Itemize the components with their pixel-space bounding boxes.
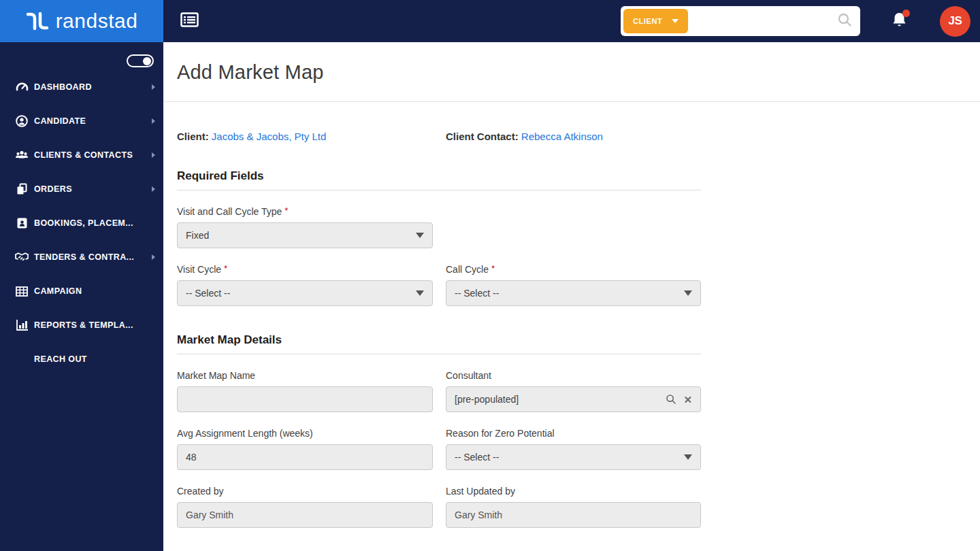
field-label: Market Map Name (177, 370, 255, 381)
field-label: Created by (177, 486, 223, 497)
last-updated-by-value: Gary Smith (446, 502, 701, 528)
client-contact-label: Client Contact: (446, 131, 519, 142)
sidebar-item-candidate[interactable]: CANDIDATE (0, 104, 163, 138)
market-map-name-input[interactable] (177, 386, 433, 412)
select-value: -- Select -- (455, 452, 684, 463)
sidebar-item-reach-out[interactable]: REACH OUT (0, 342, 163, 376)
chevron-right-icon (152, 152, 155, 158)
notification-badge (902, 10, 910, 17)
lookup-search-icon[interactable] (666, 394, 676, 405)
global-search-input[interactable] (688, 10, 837, 33)
select-value: Fixed (186, 230, 416, 241)
sidebar-item-label: ORDERS (34, 184, 152, 194)
field-created-by: Created by Gary Smith (177, 485, 433, 528)
toggle-knob (143, 57, 151, 65)
field-label: Last Updated by (446, 486, 515, 497)
select-value: -- Select -- (455, 288, 684, 299)
sidebar-item-label: BOOKINGS, PLACEM... (34, 218, 155, 228)
top-bar: randstad CLIENT JS (0, 0, 980, 42)
section-divider (177, 190, 701, 190)
client-contact-link[interactable]: Rebecca Atkinson (521, 131, 603, 142)
required-asterisk: * (284, 205, 288, 216)
sidebar-item-label: CANDIDATE (34, 116, 152, 126)
visit-call-cycle-type-select[interactable]: Fixed (177, 222, 433, 248)
sidebar-item-dashboard[interactable]: DASHBOARD (0, 70, 163, 104)
field-consultant: Consultant [pre-populated] ✕ (446, 369, 701, 412)
field-market-map-name: Market Map Name (177, 369, 433, 412)
notifications-button[interactable] (892, 12, 907, 31)
sidebar-item-tenders-contracts[interactable]: TENDERS & CONTRA... (0, 240, 163, 274)
field-label: Consultant (446, 370, 491, 381)
user-avatar[interactable]: JS (940, 6, 970, 37)
consultant-lookup-field[interactable]: [pre-populated] ✕ (446, 386, 701, 412)
visit-cycle-select[interactable]: -- Select -- (177, 280, 433, 306)
chevron-down-icon (684, 454, 692, 460)
documents-icon (15, 183, 29, 195)
sidebar-item-label: DASHBOARD (34, 82, 152, 92)
required-asterisk: * (491, 263, 495, 273)
randstad-symbol-icon (26, 10, 49, 32)
field-label: Visit Cycle (177, 264, 221, 275)
field-visit-cycle: Visit Cycle* -- Select -- (177, 263, 433, 306)
section-title-market-map-details: Market Map Details (177, 333, 701, 347)
chevron-down-icon (416, 290, 424, 296)
search-scope-label: CLIENT (633, 17, 662, 25)
brand-logo-text: randstad (56, 10, 138, 33)
required-asterisk: * (224, 263, 227, 273)
field-reason-zero-potential: Reason for Zero Potential -- Select -- (446, 427, 701, 470)
avg-assignment-length-input[interactable] (177, 444, 433, 470)
page-header: Add Market Map (163, 42, 980, 102)
chevron-right-icon (152, 84, 155, 90)
clear-icon[interactable]: ✕ (683, 395, 692, 405)
chevron-right-icon (152, 254, 155, 260)
chevron-down-icon (416, 233, 424, 238)
bar-chart-icon (15, 319, 29, 331)
section-title-required-fields: Required Fields (177, 169, 701, 183)
client-summary-row: Client: Jacobs & Jacobs, Pty Ltd Client … (177, 131, 966, 142)
person-icon (15, 115, 29, 127)
field-last-updated-by: Last Updated by Gary Smith (446, 485, 701, 528)
sidebar-item-reports-templates[interactable]: REPORTS & TEMPLA... (0, 308, 163, 342)
select-value: -- Select -- (186, 288, 416, 299)
field-avg-assignment-length: Avg Assignment Length (weeks) (177, 427, 433, 470)
created-by-value: Gary Smith (177, 502, 433, 528)
sidebar-item-label: CAMPAIGN (34, 286, 155, 296)
list-view-icon[interactable] (180, 12, 199, 30)
consultant-value: [pre-populated] (455, 394, 659, 405)
chevron-right-icon (152, 118, 155, 124)
field-label: Call Cycle (446, 264, 489, 275)
readonly-value: Gary Smith (186, 510, 424, 520)
sidebar-item-label: REPORTS & TEMPLA... (34, 320, 155, 330)
global-search-bar: CLIENT (621, 6, 860, 36)
sidebar-item-campaign[interactable]: CAMPAIGN (0, 274, 163, 308)
sidebar-item-label: REACH OUT (34, 354, 155, 364)
brand-logo[interactable]: randstad (0, 0, 163, 42)
grid-icon (15, 286, 29, 297)
chevron-down-icon (672, 19, 679, 23)
client-link[interactable]: Jacobs & Jacobs, Pty Ltd (212, 131, 326, 142)
reason-zero-potential-select[interactable]: -- Select -- (446, 444, 701, 470)
readonly-value: Gary Smith (455, 510, 692, 520)
gauge-icon (15, 81, 29, 93)
sidebar-item-orders[interactable]: ORDERS (0, 172, 163, 206)
field-label: Avg Assignment Length (weeks) (177, 428, 313, 439)
search-scope-button[interactable]: CLIENT (623, 9, 688, 33)
sidebar-toggle-switch[interactable] (127, 54, 154, 67)
sidebar-item-clients-contacts[interactable]: CLIENTS & CONTACTS (0, 138, 163, 172)
sidebar-item-bookings-placements[interactable]: BOOKINGS, PLACEM... (0, 206, 163, 240)
field-call-cycle: Call Cycle* -- Select -- (446, 263, 701, 306)
field-visit-call-cycle-type: Visit and Call Cycle Type* Fixed (177, 205, 433, 248)
search-icon[interactable] (837, 12, 852, 30)
call-cycle-select[interactable]: -- Select -- (446, 280, 701, 306)
sidebar-nav: DASHBOARD CANDIDATE CLIENTS & CONTACTS (0, 42, 163, 551)
main-content: Add Market Map Client: Jacobs & Jacobs, … (163, 0, 980, 551)
field-label: Visit and Call Cycle Type (177, 206, 282, 217)
avatar-initials: JS (949, 14, 962, 28)
page-title: Add Market Map (177, 61, 966, 84)
group-icon (15, 149, 29, 161)
sidebar-item-label: CLIENTS & CONTACTS (34, 150, 152, 160)
chevron-down-icon (684, 290, 692, 296)
section-divider (177, 354, 701, 354)
sidebar-item-label: TENDERS & CONTRA... (34, 252, 152, 262)
client-label: Client: (177, 131, 209, 142)
